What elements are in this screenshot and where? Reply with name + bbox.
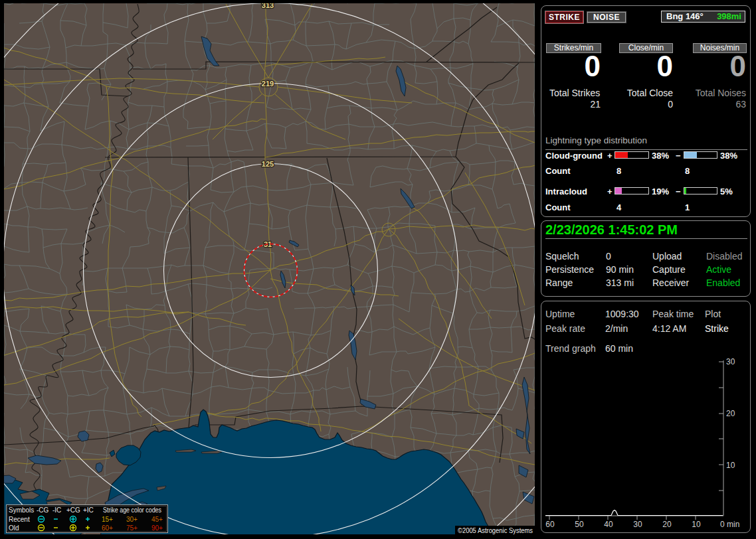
svg-text:©2005 Astrogenic Systems: ©2005 Astrogenic Systems (458, 526, 533, 534)
svg-text:Symbols: Symbols (9, 506, 34, 514)
svg-text:Recent: Recent (9, 516, 30, 523)
svg-text:75+: 75+ (126, 524, 138, 532)
svg-text:10: 10 (726, 461, 735, 470)
svg-text:30+: 30+ (126, 516, 138, 523)
svg-text:Old: Old (9, 524, 19, 532)
svg-text:10: 10 (692, 520, 701, 529)
svg-text:60: 60 (545, 520, 555, 529)
svg-text:15+: 15+ (102, 516, 113, 523)
svg-text:Strike age color codes: Strike age color codes (103, 506, 161, 514)
svg-text:90+: 90+ (151, 524, 163, 532)
svg-text:40: 40 (604, 520, 613, 529)
svg-text:125: 125 (262, 160, 274, 168)
svg-text:+CG: +CG (66, 506, 80, 514)
svg-text:313: 313 (262, 3, 274, 9)
svg-text:-IC: -IC (52, 506, 61, 514)
svg-text:60+: 60+ (102, 524, 113, 532)
svg-text:30: 30 (633, 520, 642, 529)
svg-text:-CG: -CG (37, 506, 49, 514)
svg-text:20: 20 (662, 520, 672, 529)
svg-text:20: 20 (726, 409, 735, 418)
svg-text:50: 50 (575, 520, 584, 529)
svg-text:219: 219 (262, 80, 274, 88)
svg-text:0 min: 0 min (720, 520, 739, 529)
svg-text:45+: 45+ (151, 516, 163, 523)
svg-text:+IC: +IC (83, 506, 94, 514)
svg-text:30: 30 (726, 357, 735, 366)
